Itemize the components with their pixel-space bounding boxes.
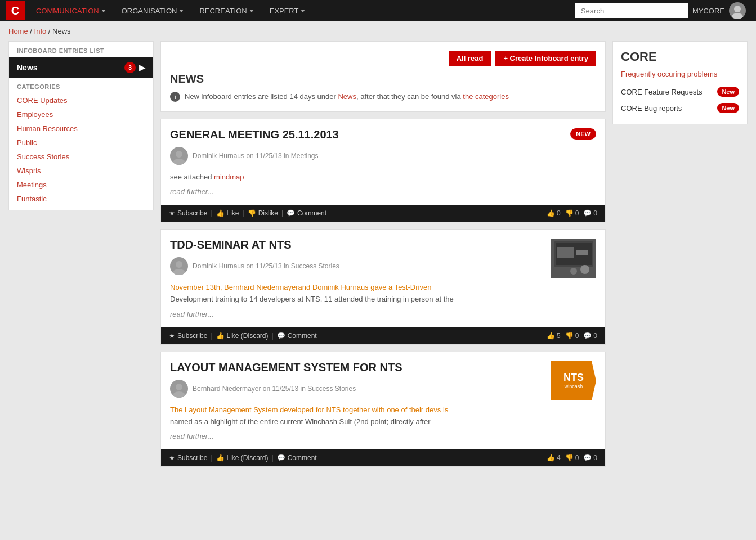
category-link[interactable]: Success Stories [307, 385, 356, 393]
post-header-with-thumb: LAYOUT MANAGEMENT SYSTEM FOR NTS Bernhar… [170, 361, 596, 404]
sidebar-cat-success-stories[interactable]: Success Stories [9, 150, 153, 164]
subscribe-button[interactable]: Subscribe [177, 209, 207, 217]
svg-point-12 [570, 268, 577, 274]
create-infoboard-button[interactable]: + Create Infoboard entry [495, 51, 596, 66]
like-button[interactable]: Like [227, 209, 239, 217]
search-box [575, 3, 688, 18]
sidebar-cat-employees[interactable]: Employees [9, 107, 153, 122]
news-link[interactable]: News [338, 92, 356, 101]
post-body: GENERAL MEETING 25.11.2013 NEW Dominik H… [161, 119, 605, 205]
nav-recreation[interactable]: RECREATION [191, 0, 261, 21]
category-link[interactable]: Success Stories [291, 262, 339, 270]
breadcrumb-current: News [52, 27, 71, 35]
post-header-left: TDD-SEMINAR AT NTS Dominik Hurnaus [170, 238, 545, 282]
new-badge: New [717, 87, 739, 97]
subscribe-button[interactable]: Subscribe [177, 454, 207, 462]
post-content: November 13th, Bernhard Niedermayerand D… [170, 282, 596, 305]
comment-button[interactable]: Comment [288, 332, 317, 340]
categories-link[interactable]: the categories [463, 92, 509, 101]
author-link[interactable]: Bernhard Niedermayer [193, 385, 261, 393]
post-title: LAYOUT MANAGEMENT SYSTEM FOR NTS [170, 361, 402, 374]
mycore-label[interactable]: MYCORE [692, 7, 724, 15]
post-footer-left: ★ Subscribe | 👍 Like (Discard) | 💬 Comme… [169, 332, 317, 340]
widget-item-feature-requests: CORE Feature Requests New [621, 84, 739, 100]
breadcrumb-home[interactable]: Home [8, 27, 28, 35]
star-icon: ★ [169, 209, 175, 217]
author-avatar-icon [170, 257, 188, 275]
nav-organisation[interactable]: ORGANISATION [114, 0, 192, 21]
svg-point-11 [580, 265, 589, 274]
post-avatar [170, 380, 188, 398]
avatar[interactable] [729, 2, 746, 19]
post-footer-right: 👍 0 👎 0 💬 0 [547, 209, 597, 217]
info-icon: i [170, 92, 180, 102]
like-icon: 👍 [216, 454, 225, 462]
navbar: C COMMUNICATION ORGANISATION RECREATION … [0, 0, 756, 21]
sidebar-cat-funtastic[interactable]: Funtastic [9, 192, 153, 210]
like-button[interactable]: Like (Discard) [227, 454, 269, 462]
post-tdd-seminar: TDD-SEMINAR AT NTS Dominik Hurnaus [160, 229, 606, 345]
search-input[interactable] [575, 3, 688, 18]
sidebar-cat-meetings[interactable]: Meetings [9, 178, 153, 192]
star-icon: ★ [169, 332, 175, 340]
mindmap-link[interactable]: mindmap [214, 173, 244, 181]
news-badge: 3 [124, 62, 136, 73]
svg-point-2 [176, 151, 182, 158]
sidebar-section-title: INFOBOARD ENTRIES LIST [9, 42, 153, 57]
post-footer-left: ★ Subscribe | 👍 Like | 👎 Dislike | 💬 Com… [169, 209, 326, 217]
subscribe-button[interactable]: Subscribe [177, 332, 207, 340]
sidebar-cat-human-resources[interactable]: Human Resources [9, 122, 153, 136]
like-count: 👍 0 [547, 209, 561, 217]
like-count: 👍 5 [547, 332, 561, 340]
sidebar-cat-wispris[interactable]: Wispris [9, 164, 153, 178]
news-header-top: All read + Create Infoboard entry [170, 51, 596, 66]
like-icon: 👍 [216, 332, 225, 340]
news-main-title: NEWS [170, 73, 596, 86]
sidebar-item-news[interactable]: News 3 ▶ [9, 57, 153, 78]
widget-item-bug-reports: CORE Bug reports New [621, 100, 739, 116]
post-layout-management: LAYOUT MANAGEMENT SYSTEM FOR NTS Bernhar… [160, 352, 606, 467]
author-link[interactable]: Dominik Hurnaus [193, 262, 244, 270]
nav-expert[interactable]: EXPERT [262, 0, 314, 21]
svg-rect-10 [576, 250, 588, 255]
author-link[interactable]: Dominik Hurnaus [193, 152, 244, 160]
widget-subtitle: Frequently occuring problems [621, 70, 739, 78]
read-further[interactable]: read further... [170, 432, 596, 440]
comment-count: 💬 0 [583, 332, 597, 340]
user-avatar-icon [729, 2, 746, 19]
post-body: LAYOUT MANAGEMENT SYSTEM FOR NTS Bernhar… [161, 352, 605, 450]
svg-point-5 [173, 269, 185, 275]
news-header-card: All read + Create Infoboard entry NEWS i… [160, 41, 606, 112]
dislike-button[interactable]: Dislike [258, 209, 278, 217]
sidebar-cat-public[interactable]: Public [9, 136, 153, 150]
app-logo[interactable]: C [6, 1, 25, 20]
post-general-meeting: GENERAL MEETING 25.11.2013 NEW Dominik H… [160, 119, 606, 223]
widget-item-label[interactable]: CORE Bug reports [621, 104, 682, 112]
svg-rect-9 [557, 247, 574, 258]
post-footer-left: ★ Subscribe | 👍 Like (Discard) | 💬 Comme… [169, 454, 317, 462]
like-icon: 👍 [216, 209, 225, 217]
svg-point-0 [734, 6, 741, 12]
post-title: TDD-SEMINAR AT NTS [170, 238, 292, 251]
allread-button[interactable]: All read [449, 51, 491, 66]
post-meta: Dominik Hurnaus on 11/25/13 in Success S… [170, 257, 545, 275]
read-further[interactable]: read further... [170, 310, 596, 318]
post-avatar [170, 257, 188, 275]
comment-icon: 💬 [277, 332, 285, 340]
category-link[interactable]: Meetings [291, 152, 319, 160]
nav-communication[interactable]: COMMUNICATION [28, 0, 114, 21]
main-content: All read + Create Infoboard entry NEWS i… [160, 41, 606, 474]
post-header: LAYOUT MANAGEMENT SYSTEM FOR NTS [170, 361, 545, 374]
post-avatar [170, 147, 188, 165]
comment-button[interactable]: Comment [297, 209, 326, 217]
sidebar-cat-core-updates[interactable]: CORE Updates [9, 93, 153, 107]
post-thumbnail [551, 238, 596, 278]
news-info-box: i New infoboard entries are listed 14 da… [170, 91, 596, 102]
like-button[interactable]: Like (Discard) [227, 332, 269, 340]
nav-menu: COMMUNICATION ORGANISATION RECREATION EX… [28, 0, 575, 21]
comment-button[interactable]: Comment [288, 454, 317, 462]
widget-item-label[interactable]: CORE Feature Requests [621, 88, 703, 96]
read-further[interactable]: read further... [170, 187, 596, 196]
breadcrumb-info[interactable]: Info [34, 27, 47, 35]
dislike-count: 👎 0 [565, 332, 579, 340]
